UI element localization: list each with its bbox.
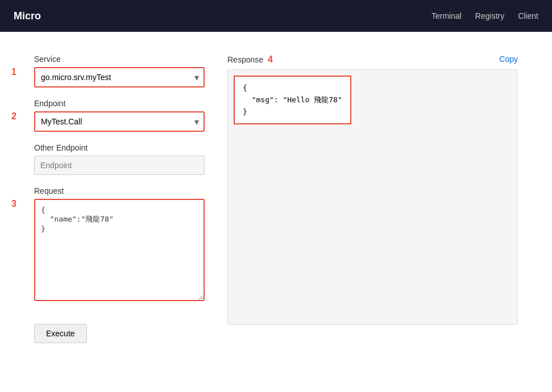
endpoint-select[interactable]: MyTest.Call (34, 111, 205, 132)
step-1-label: 1 (11, 67, 16, 77)
response-header: Response 4 Copy (227, 55, 518, 65)
endpoint-group: 2 Endpoint MyTest.Call ▾ (34, 99, 205, 132)
step-4-label: 4 (268, 55, 273, 65)
service-select-wrapper: go.micro.srv.myTest ▾ (34, 67, 205, 87)
response-label: Response (227, 55, 263, 64)
request-textarea-wrapper: { "name":"飛龍78" } (34, 199, 205, 303)
service-group: 1 Service go.micro.srv.myTest ▾ (34, 55, 205, 87)
copy-button[interactable]: Copy (499, 55, 518, 64)
response-box: { "msg": "Hello 飛龍78" } (227, 69, 518, 325)
left-panel: 1 Service go.micro.srv.myTest ▾ 2 Endpoi… (34, 55, 205, 343)
other-endpoint-group: Other Endpoint (34, 143, 205, 175)
execute-button[interactable]: Execute (34, 324, 87, 343)
step-3-label: 3 (11, 199, 16, 209)
endpoint-select-wrapper: MyTest.Call ▾ (34, 111, 205, 132)
nav-client[interactable]: Client (518, 11, 538, 20)
nav-terminal[interactable]: Terminal (431, 11, 462, 20)
navbar: Micro Terminal Registry Client (0, 0, 552, 32)
other-endpoint-input[interactable] (34, 156, 205, 175)
main-content: 1 Service go.micro.srv.myTest ▾ 2 Endpoi… (0, 32, 552, 366)
step-2-label: 2 (11, 111, 16, 122)
right-panel: Response 4 Copy { "msg": "Hello 飛龍78" } (227, 55, 518, 343)
service-select[interactable]: go.micro.srv.myTest (34, 67, 205, 87)
endpoint-label: Endpoint (34, 99, 205, 108)
request-group: 3 Request { "name":"飛龍78" } (34, 186, 205, 303)
response-content: { "msg": "Hello 飛龍78" } (234, 76, 351, 124)
service-label: Service (34, 55, 205, 64)
nav-links: Terminal Registry Client (431, 11, 538, 20)
other-endpoint-label: Other Endpoint (34, 143, 205, 152)
request-textarea[interactable]: { "name":"飛龍78" } (34, 199, 205, 301)
nav-brand: Micro (14, 10, 41, 22)
request-label: Request (34, 186, 205, 195)
nav-registry[interactable]: Registry (475, 11, 504, 20)
